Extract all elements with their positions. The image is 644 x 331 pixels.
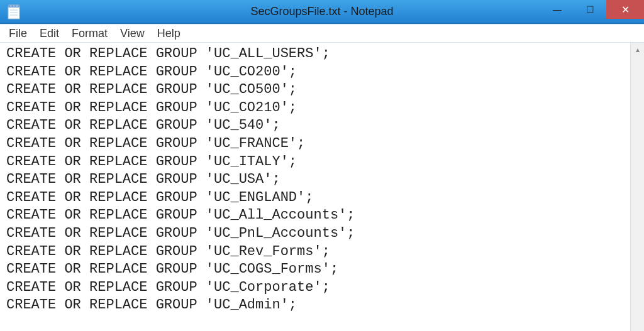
minimize-button[interactable]: — [541,0,574,19]
vertical-scrollbar[interactable]: ▴ [630,43,644,331]
menu-file[interactable]: File [4,26,32,41]
svg-point-4 [16,5,18,6]
menu-format[interactable]: Format [67,26,113,41]
svg-point-2 [10,5,11,6]
menu-help[interactable]: Help [152,26,186,41]
menu-view[interactable]: View [115,26,150,41]
maximize-button[interactable]: ☐ [574,0,606,19]
text-editor[interactable]: CREATE OR REPLACE GROUP 'UC_ALL_USERS'; … [0,43,630,331]
svg-point-3 [13,5,14,6]
menu-bar: File Edit Format View Help [0,24,644,43]
notepad-icon [6,4,21,19]
scroll-up-arrow[interactable]: ▴ [631,43,644,57]
window-controls: — ☐ ✕ [541,0,644,23]
menu-edit[interactable]: Edit [35,26,64,41]
close-button[interactable]: ✕ [606,0,644,19]
window-title: SecGroupsFile.txt - Notepad [250,5,393,18]
title-bar[interactable]: SecGroupsFile.txt - Notepad — ☐ ✕ [0,0,644,24]
editor-area: CREATE OR REPLACE GROUP 'UC_ALL_USERS'; … [0,43,644,331]
